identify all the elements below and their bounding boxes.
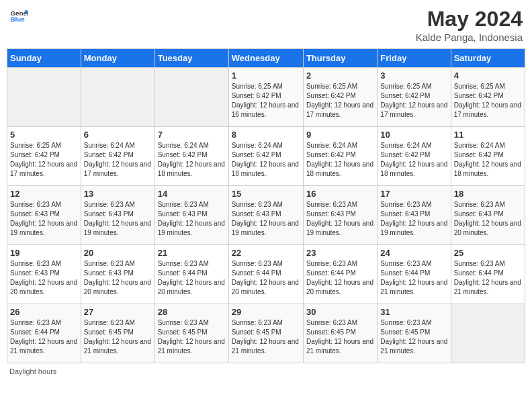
- column-header-monday: Monday: [81, 49, 154, 68]
- page-header: General Blue May 2024 Kalde Panga, Indon…: [7, 7, 525, 43]
- calendar-cell: 18Sunrise: 6:23 AM Sunset: 6:43 PM Dayli…: [451, 186, 525, 245]
- day-info: Sunrise: 6:23 AM Sunset: 6:45 PM Dayligh…: [84, 318, 152, 356]
- day-number: 4: [454, 71, 522, 81]
- day-number: 5: [10, 130, 78, 140]
- calendar-cell: 7Sunrise: 6:24 AM Sunset: 6:42 PM Daylig…: [154, 127, 228, 186]
- day-number: 24: [380, 248, 447, 258]
- calendar-cell: 4Sunrise: 6:25 AM Sunset: 6:42 PM Daylig…: [451, 68, 525, 127]
- day-number: 23: [306, 248, 374, 258]
- calendar-cell: 6Sunrise: 6:24 AM Sunset: 6:42 PM Daylig…: [81, 127, 154, 186]
- day-number: 12: [10, 189, 78, 199]
- day-number: 8: [232, 130, 300, 140]
- day-number: 6: [84, 130, 152, 140]
- calendar-cell: [451, 304, 525, 363]
- calendar-cell: 2Sunrise: 6:25 AM Sunset: 6:42 PM Daylig…: [303, 68, 377, 127]
- calendar-cell: 28Sunrise: 6:23 AM Sunset: 6:45 PM Dayli…: [154, 304, 228, 363]
- day-info: Sunrise: 6:23 AM Sunset: 6:43 PM Dayligh…: [84, 259, 152, 297]
- calendar-cell: 31Sunrise: 6:23 AM Sunset: 6:45 PM Dayli…: [378, 304, 451, 363]
- day-info: Sunrise: 6:23 AM Sunset: 6:43 PM Dayligh…: [158, 200, 226, 238]
- day-info: Sunrise: 6:23 AM Sunset: 6:45 PM Dayligh…: [380, 318, 447, 356]
- day-info: Sunrise: 6:23 AM Sunset: 6:44 PM Dayligh…: [158, 259, 226, 297]
- day-info: Sunrise: 6:23 AM Sunset: 6:43 PM Dayligh…: [380, 200, 447, 238]
- title-area: May 2024 Kalde Panga, Indonesia: [416, 7, 523, 43]
- calendar-cell: 21Sunrise: 6:23 AM Sunset: 6:44 PM Dayli…: [154, 245, 228, 304]
- calendar-cell: 26Sunrise: 6:23 AM Sunset: 6:44 PM Dayli…: [7, 304, 81, 363]
- calendar-cell: 16Sunrise: 6:23 AM Sunset: 6:43 PM Dayli…: [303, 186, 377, 245]
- day-info: Sunrise: 6:25 AM Sunset: 6:42 PM Dayligh…: [306, 82, 374, 120]
- location-subtitle: Kalde Panga, Indonesia: [416, 32, 523, 43]
- calendar-cell: 5Sunrise: 6:25 AM Sunset: 6:42 PM Daylig…: [7, 127, 81, 186]
- day-info: Sunrise: 6:25 AM Sunset: 6:42 PM Dayligh…: [380, 82, 447, 120]
- day-info: Sunrise: 6:23 AM Sunset: 6:45 PM Dayligh…: [306, 318, 374, 356]
- day-number: 20: [84, 248, 152, 258]
- day-number: 25: [454, 248, 522, 258]
- day-info: Sunrise: 6:23 AM Sunset: 6:43 PM Dayligh…: [84, 200, 152, 238]
- day-number: 2: [306, 71, 374, 81]
- day-number: 17: [380, 189, 447, 199]
- column-header-saturday: Saturday: [451, 49, 525, 68]
- day-info: Sunrise: 6:23 AM Sunset: 6:44 PM Dayligh…: [306, 259, 374, 297]
- day-number: 22: [232, 248, 300, 258]
- calendar-cell: [154, 68, 228, 127]
- calendar-cell: 19Sunrise: 6:23 AM Sunset: 6:43 PM Dayli…: [7, 245, 81, 304]
- month-title: May 2024: [416, 7, 523, 32]
- column-header-sunday: Sunday: [7, 49, 81, 68]
- day-info: Sunrise: 6:24 AM Sunset: 6:42 PM Dayligh…: [306, 141, 374, 179]
- column-header-friday: Friday: [378, 49, 451, 68]
- day-number: 30: [306, 307, 374, 317]
- calendar-cell: 10Sunrise: 6:24 AM Sunset: 6:42 PM Dayli…: [378, 127, 451, 186]
- calendar-header-row: SundayMondayTuesdayWednesdayThursdayFrid…: [7, 49, 525, 68]
- calendar-cell: 9Sunrise: 6:24 AM Sunset: 6:42 PM Daylig…: [303, 127, 377, 186]
- column-header-wednesday: Wednesday: [228, 49, 303, 68]
- calendar-week-3: 12Sunrise: 6:23 AM Sunset: 6:43 PM Dayli…: [7, 186, 525, 245]
- day-number: 16: [306, 189, 374, 199]
- day-number: 1: [232, 71, 300, 81]
- day-number: 10: [380, 130, 447, 140]
- calendar-cell: 1Sunrise: 6:25 AM Sunset: 6:42 PM Daylig…: [228, 68, 303, 127]
- day-info: Sunrise: 6:24 AM Sunset: 6:42 PM Dayligh…: [232, 141, 300, 179]
- calendar-cell: 8Sunrise: 6:24 AM Sunset: 6:42 PM Daylig…: [228, 127, 303, 186]
- calendar-cell: 12Sunrise: 6:23 AM Sunset: 6:43 PM Dayli…: [7, 186, 81, 245]
- day-info: Sunrise: 6:24 AM Sunset: 6:42 PM Dayligh…: [158, 141, 226, 179]
- calendar-cell: 14Sunrise: 6:23 AM Sunset: 6:43 PM Dayli…: [154, 186, 228, 245]
- day-number: 7: [158, 130, 226, 140]
- day-number: 29: [232, 307, 300, 317]
- day-number: 15: [232, 189, 300, 199]
- day-info: Sunrise: 6:23 AM Sunset: 6:44 PM Dayligh…: [380, 259, 447, 297]
- day-number: 3: [380, 71, 447, 81]
- day-info: Sunrise: 6:23 AM Sunset: 6:43 PM Dayligh…: [10, 259, 78, 297]
- calendar-cell: 15Sunrise: 6:23 AM Sunset: 6:43 PM Dayli…: [228, 186, 303, 245]
- day-info: Sunrise: 6:23 AM Sunset: 6:45 PM Dayligh…: [158, 318, 226, 356]
- day-info: Sunrise: 6:25 AM Sunset: 6:42 PM Dayligh…: [10, 141, 78, 179]
- calendar-cell: 25Sunrise: 6:23 AM Sunset: 6:44 PM Dayli…: [451, 245, 525, 304]
- day-info: Sunrise: 6:24 AM Sunset: 6:42 PM Dayligh…: [380, 141, 447, 179]
- day-info: Sunrise: 6:25 AM Sunset: 6:42 PM Dayligh…: [454, 82, 522, 120]
- day-info: Sunrise: 6:23 AM Sunset: 6:43 PM Dayligh…: [232, 200, 300, 238]
- day-info: Sunrise: 6:23 AM Sunset: 6:43 PM Dayligh…: [454, 200, 522, 238]
- calendar-cell: 3Sunrise: 6:25 AM Sunset: 6:42 PM Daylig…: [378, 68, 451, 127]
- day-info: Sunrise: 6:24 AM Sunset: 6:42 PM Dayligh…: [454, 141, 522, 179]
- calendar-table: SundayMondayTuesdayWednesdayThursdayFrid…: [7, 48, 525, 363]
- day-number: 14: [158, 189, 226, 199]
- calendar-cell: 24Sunrise: 6:23 AM Sunset: 6:44 PM Dayli…: [378, 245, 451, 304]
- column-header-tuesday: Tuesday: [154, 49, 228, 68]
- calendar-cell: 23Sunrise: 6:23 AM Sunset: 6:44 PM Dayli…: [303, 245, 377, 304]
- day-info: Sunrise: 6:23 AM Sunset: 6:43 PM Dayligh…: [10, 200, 78, 238]
- day-info: Sunrise: 6:23 AM Sunset: 6:44 PM Dayligh…: [232, 259, 300, 297]
- calendar-cell: 29Sunrise: 6:23 AM Sunset: 6:45 PM Dayli…: [228, 304, 303, 363]
- calendar-week-1: 1Sunrise: 6:25 AM Sunset: 6:42 PM Daylig…: [7, 68, 525, 127]
- calendar-cell: 30Sunrise: 6:23 AM Sunset: 6:45 PM Dayli…: [303, 304, 377, 363]
- day-info: Sunrise: 6:24 AM Sunset: 6:42 PM Dayligh…: [84, 141, 152, 179]
- calendar-cell: 11Sunrise: 6:24 AM Sunset: 6:42 PM Dayli…: [451, 127, 525, 186]
- day-info: Sunrise: 6:23 AM Sunset: 6:45 PM Dayligh…: [232, 318, 300, 356]
- column-header-thursday: Thursday: [303, 49, 377, 68]
- day-number: 28: [158, 307, 226, 317]
- calendar-cell: [7, 68, 81, 127]
- day-number: 26: [10, 307, 78, 317]
- day-number: 19: [10, 248, 78, 258]
- calendar-cell: 20Sunrise: 6:23 AM Sunset: 6:43 PM Dayli…: [81, 245, 154, 304]
- day-number: 31: [380, 307, 447, 317]
- day-number: 13: [84, 189, 152, 199]
- logo-icon: General Blue: [9, 7, 28, 26]
- day-info: Sunrise: 6:23 AM Sunset: 6:44 PM Dayligh…: [10, 318, 78, 356]
